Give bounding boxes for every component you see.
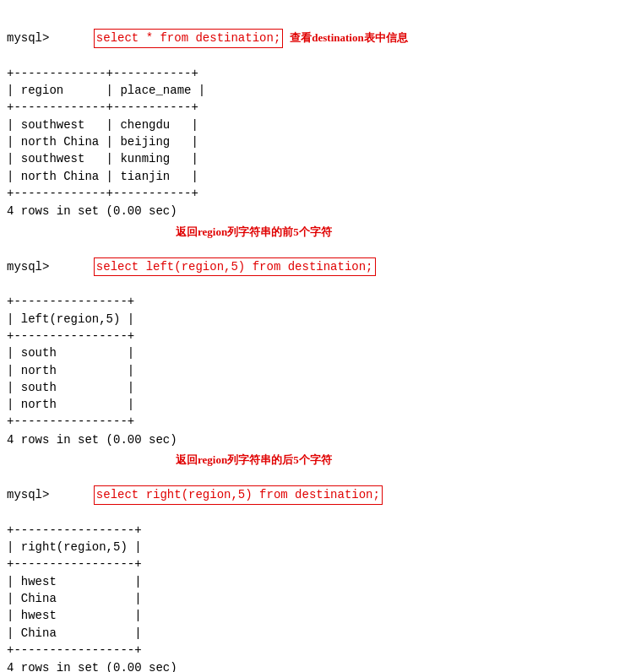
prompt-3: mysql>	[7, 486, 49, 503]
table-header-2: | left(region,5) |	[0, 311, 625, 328]
query-line-1: mysql> select * from destination; 查看dest…	[0, 12, 625, 65]
sql-box-2: select left(region,5) from destination;	[51, 241, 375, 294]
table-row-1-2: | southwest | kunming |	[0, 150, 625, 167]
table-sep-bot-1: +-------------+-----------+	[0, 185, 625, 202]
table-sep-mid-3: +-----------------+	[0, 555, 625, 572]
table-row-2-1: | north |	[0, 362, 625, 379]
table-row-1-0: | southwest | chengdu |	[0, 117, 625, 133]
comment-3: 返回region列字符串的后5个字符	[176, 453, 332, 469]
query-line-3: mysql> select right(region,5) from desti…	[0, 469, 625, 522]
table-row-3-2: | hwest |	[0, 607, 625, 624]
sql-box-1: select * from destination;	[51, 12, 283, 65]
table-sep-top-2: +----------------+	[0, 293, 625, 310]
sql-box-3: select right(region,5) from destination;	[51, 469, 382, 522]
sql-text-2: select left(region,5) from destination;	[94, 257, 376, 276]
terminal-window: mysql> select * from destination; 查看dest…	[0, 7, 625, 672]
prompt-2: mysql>	[7, 258, 49, 275]
table-sep-mid-1: +-------------+-----------+	[0, 99, 625, 116]
sql-text-3: select right(region,5) from destination;	[94, 485, 383, 504]
result-1: 4 rows in set (0.00 sec)	[0, 202, 625, 220]
table-row-2-0: | south |	[0, 344, 625, 361]
table-row-2-3: | north |	[0, 396, 625, 413]
table-sep-bot-3: +-----------------+	[0, 642, 625, 658]
table-sep-top-1: +-------------+-----------+	[0, 65, 625, 82]
sql-text-1: select * from destination;	[94, 29, 283, 47]
query-line-2: mysql> select left(region,5) from destin…	[0, 241, 625, 294]
prompt-1: mysql>	[7, 30, 49, 46]
comment-line-2: 返回region列字符串的前5个字符	[0, 225, 625, 241]
comment-2: 返回region列字符串的前5个字符	[176, 225, 332, 241]
table-sep-bot-2: +----------------+	[0, 413, 625, 430]
table-row-3-3: | China |	[0, 625, 625, 642]
table-header-1: | region | place_name |	[0, 82, 625, 99]
result-2: 4 rows in set (0.00 sec)	[0, 431, 625, 449]
table-row-1-1: | north China | beijing |	[0, 133, 625, 150]
table-row-3-1: | China |	[0, 590, 625, 607]
comment-1: 查看destination表中信息	[290, 30, 407, 46]
table-header-3: | right(region,5) |	[0, 539, 625, 555]
table-sep-top-3: +-----------------+	[0, 522, 625, 539]
table-row-1-3: | north China | tianjin |	[0, 168, 625, 185]
result-3: 4 rows in set (0.00 sec)	[0, 658, 625, 672]
table-sep-mid-2: +----------------+	[0, 328, 625, 344]
table-row-3-0: | hwest |	[0, 573, 625, 590]
comment-line-3: 返回region列字符串的后5个字符	[0, 453, 625, 469]
table-row-2-2: | south |	[0, 379, 625, 396]
